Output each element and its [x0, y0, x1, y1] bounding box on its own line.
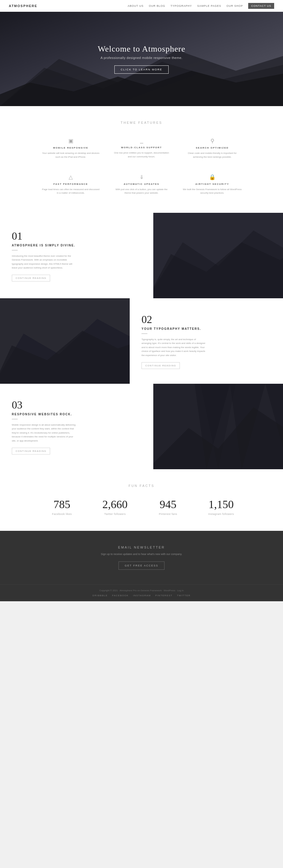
- fact-instagram-number: 1,150: [197, 498, 245, 511]
- feature-search-title: SEARCH OPTIMIZED: [183, 147, 242, 149]
- nav-blog[interactable]: OUR BLOG: [149, 4, 165, 7]
- block-3-image: [153, 384, 283, 469]
- block-2-desc: Typography is, quite simply, the art and…: [142, 338, 206, 358]
- fact-pinterest-number: 945: [145, 498, 192, 511]
- block-3-number: 03: [12, 399, 142, 411]
- facts-grid: 785 Facebook likes 2,660 Twitter followe…: [38, 498, 245, 516]
- fact-instagram: 1,150 Instagram followers: [197, 498, 245, 516]
- feature-security: 🔒 AIRTIGHT SECURITY We built the Genesis…: [180, 171, 245, 198]
- block-1-continue-button[interactable]: CONTINUE READING: [12, 275, 50, 281]
- hero-subtitle: A professionally designed mobile respons…: [98, 56, 185, 60]
- feature-updates: ⇓ AUTOMATIC UPDATES With just one click …: [109, 171, 174, 198]
- feature-updates-title: AUTOMATIC UPDATES: [112, 183, 171, 185]
- block-2-image: [0, 298, 130, 384]
- fact-twitter-number: 2,660: [91, 498, 138, 511]
- block-1-number: 01: [12, 230, 142, 242]
- footer-pinterest[interactable]: PINTEREST: [155, 594, 172, 597]
- block-1-text: 01 ATMOSPHERE IS SIMPLY DIVINE. Introduc…: [0, 213, 153, 298]
- footer-instagram[interactable]: INSTAGRAM: [133, 594, 151, 597]
- feature-updates-desc: With just one click of a button, you can…: [112, 188, 171, 195]
- nav-logo: ATMOSPHERE: [9, 4, 37, 8]
- fact-pinterest: 945 Pinterest fans: [145, 498, 192, 516]
- block-3-divider: [12, 419, 18, 420]
- block-3-text: 03 RESPONSIVE WEBSITES ROCK. Mobile resp…: [0, 384, 153, 469]
- newsletter-subtitle: Sign up to receive updates and to hear w…: [12, 553, 271, 556]
- fact-pinterest-label: Pinterest fans: [159, 513, 177, 516]
- fact-twitter-label: Twitter followers: [104, 513, 126, 516]
- newsletter-button[interactable]: GET FREE ACCESS: [119, 561, 164, 570]
- svg-rect-10: [0, 298, 130, 384]
- block-3-desc: Mobile responsive design is all about au…: [12, 423, 77, 443]
- block-2-divider: [142, 333, 148, 334]
- hero-content: Welcome to Atmosphere A professionally d…: [98, 44, 185, 74]
- block-1-divider: [12, 250, 18, 250]
- footer: Copyright © 2021 · Atmosphere Pro on Gen…: [0, 585, 283, 601]
- block-3-continue-button[interactable]: CONTINUE READING: [12, 448, 50, 455]
- newsletter-title: EMAIL NEWSLETTER: [12, 546, 271, 549]
- footer-facebook[interactable]: FACEBOOK: [112, 594, 129, 597]
- feature-support-desc: One low price entitles you to support, d…: [112, 151, 171, 159]
- block-2-continue-button[interactable]: CONTINUE READING: [142, 362, 180, 369]
- hero-section: Welcome to Atmosphere A professionally d…: [0, 12, 283, 106]
- feature-search-desc: Clean code and mobile-friendly is import…: [183, 152, 242, 159]
- newsletter-section: EMAIL NEWSLETTER Sign up to receive upda…: [0, 531, 283, 585]
- svg-rect-6: [153, 213, 283, 298]
- feature-support: ⎯ WORLD-CLASS SUPPORT One low price enti…: [109, 135, 174, 162]
- fun-facts-title: FUN FACTS: [12, 484, 271, 488]
- footer-links: DRIBBBLE FACEBOOK INSTAGRAM PINTEREST TW…: [12, 594, 271, 597]
- feature-search: ⚲ SEARCH OPTIMIZED Clean code and mobile…: [180, 135, 245, 162]
- block-2-heading: YOUR TYPOGRAPHY MATTERS.: [142, 327, 271, 331]
- feature-performance: △ FAST PERFORMANCE Page load times can o…: [38, 171, 103, 198]
- block-row-3: 03 RESPONSIVE WEBSITES ROCK. Mobile resp…: [0, 384, 283, 469]
- block-3-heading: RESPONSIVE WEBSITES ROCK.: [12, 413, 142, 416]
- block-1-heading: ATMOSPHERE IS SIMPLY DIVINE.: [12, 244, 142, 247]
- lock-icon: 🔒: [183, 174, 242, 180]
- hero-title: Welcome to Atmosphere: [98, 44, 185, 54]
- nav-typography[interactable]: TYPOGRAPHY: [170, 4, 192, 7]
- nav-about[interactable]: ABOUT US: [128, 4, 144, 7]
- footer-dribbble[interactable]: DRIBBBLE: [93, 594, 108, 597]
- monitor-icon: ▣: [41, 137, 100, 144]
- nav-contact[interactable]: CONTACT US: [248, 3, 274, 9]
- block-row-1: 01 ATMOSPHERE IS SIMPLY DIVINE. Introduc…: [0, 213, 283, 298]
- navigation: ATMOSPHERE ABOUT US OUR BLOG TYPOGRAPHY …: [0, 0, 283, 12]
- nav-links: ABOUT US OUR BLOG TYPOGRAPHY SAMPLE PAGE…: [128, 3, 274, 9]
- block-1-image: [153, 213, 283, 298]
- pulse-icon: ⎯: [112, 137, 171, 144]
- features-section: THEME FEATURES ▣ MOBILE RESPONSIVE Your …: [0, 106, 283, 213]
- block-1-desc: Introducing the most beautiful theme eve…: [12, 254, 77, 270]
- feature-mobile-title: MOBILE RESPONSIVE: [41, 147, 100, 149]
- block-row-2: 02 YOUR TYPOGRAPHY MATTERS. Typography i…: [0, 298, 283, 384]
- block-2-text: 02 YOUR TYPOGRAPHY MATTERS. Typography i…: [130, 298, 283, 384]
- hero-learn-more-button[interactable]: CLICK TO LEARN MORE: [115, 65, 168, 74]
- fact-facebook-label: Facebook likes: [52, 513, 72, 516]
- footer-copyright: Copyright © 2021 · Atmosphere Pro on Gen…: [12, 589, 271, 592]
- feature-security-desc: We built the Genesis Framework to follow…: [183, 188, 242, 195]
- download-icon: ⇓: [112, 174, 171, 180]
- feature-support-title: WORLD-CLASS SUPPORT: [112, 146, 171, 149]
- content-blocks: 01 ATMOSPHERE IS SIMPLY DIVINE. Introduc…: [0, 213, 283, 469]
- feature-perf-desc: Page load times can often be measured an…: [41, 188, 100, 195]
- fact-facebook: 785 Facebook likes: [38, 498, 86, 516]
- fact-twitter: 2,660 Twitter followers: [91, 498, 138, 516]
- footer-twitter[interactable]: TWITTER: [177, 594, 190, 597]
- feature-security-title: AIRTIGHT SECURITY: [183, 183, 242, 185]
- block-2-number: 02: [142, 313, 271, 326]
- fact-instagram-label: Instagram followers: [208, 513, 234, 516]
- features-title: THEME FEATURES: [12, 121, 271, 124]
- nav-shop[interactable]: OUR SHOP: [226, 4, 243, 7]
- fact-facebook-number: 785: [38, 498, 86, 511]
- nav-sample-pages[interactable]: SAMPLE PAGES: [197, 4, 221, 7]
- feature-mobile-desc: Your website will look amazing on deskto…: [41, 152, 100, 159]
- feature-mobile-responsive: ▣ MOBILE RESPONSIVE Your website will lo…: [38, 135, 103, 162]
- search-icon: ⚲: [183, 137, 242, 144]
- features-grid: ▣ MOBILE RESPONSIVE Your website will lo…: [38, 135, 245, 198]
- feature-perf-title: FAST PERFORMANCE: [41, 183, 100, 185]
- fun-facts-section: FUN FACTS 785 Facebook likes 2,660 Twitt…: [0, 469, 283, 531]
- lightning-icon: △: [41, 174, 100, 180]
- svg-rect-15: [153, 384, 283, 469]
